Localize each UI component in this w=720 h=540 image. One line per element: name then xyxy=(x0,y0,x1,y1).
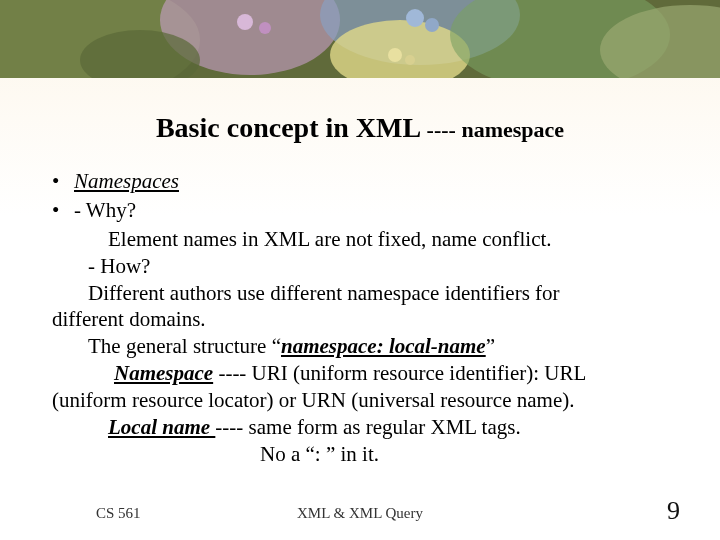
slide-body: Namespaces - Why? Element names in XML a… xyxy=(52,168,680,468)
svg-point-12 xyxy=(388,48,402,62)
bullet-2: - Why? xyxy=(52,197,680,224)
line-8: Namespace ---- URI (uniform resource ide… xyxy=(52,360,680,387)
footer-center: XML & XML Query xyxy=(0,505,720,522)
line-11: No a “: ” in it. xyxy=(52,441,680,468)
svg-point-13 xyxy=(405,55,415,65)
line-6: different domains. xyxy=(52,306,680,333)
title-sub: ---- namespace xyxy=(427,117,564,142)
line-3: Element names in XML are not fixed, name… xyxy=(52,226,680,253)
line-7-b: namespace: local-name xyxy=(281,334,486,358)
line-10-b: ---- same form as regular XML tags. xyxy=(215,415,520,439)
line-9: (uniform resource locator) or URN (unive… xyxy=(52,387,680,414)
bullet-1-text: Namespaces xyxy=(74,169,179,193)
line-7: The general structure “namespace: local-… xyxy=(52,333,680,360)
svg-point-10 xyxy=(406,9,424,27)
line-5: Different authors use different namespac… xyxy=(52,280,680,307)
bullet-1: Namespaces xyxy=(52,168,680,195)
svg-point-9 xyxy=(259,22,271,34)
line-8-a: Namespace xyxy=(52,361,213,385)
line-10: Local name ---- same form as regular XML… xyxy=(52,414,680,441)
svg-point-11 xyxy=(425,18,439,32)
bullet-2-text: - Why? xyxy=(74,198,136,222)
title-main: Basic concept in XML xyxy=(156,112,427,143)
slide-number: 9 xyxy=(667,496,680,526)
line-4: - How? xyxy=(52,253,680,280)
line-10-a: Local name xyxy=(52,415,215,439)
svg-point-8 xyxy=(237,14,253,30)
slide-title: Basic concept in XML ---- namespace xyxy=(0,112,720,144)
line-7-c: ” xyxy=(486,334,495,358)
line-8-b: ---- URI (uniform resource identifier): … xyxy=(213,361,586,385)
line-7-a: The general structure “ xyxy=(52,334,281,358)
decorative-banner xyxy=(0,0,720,78)
